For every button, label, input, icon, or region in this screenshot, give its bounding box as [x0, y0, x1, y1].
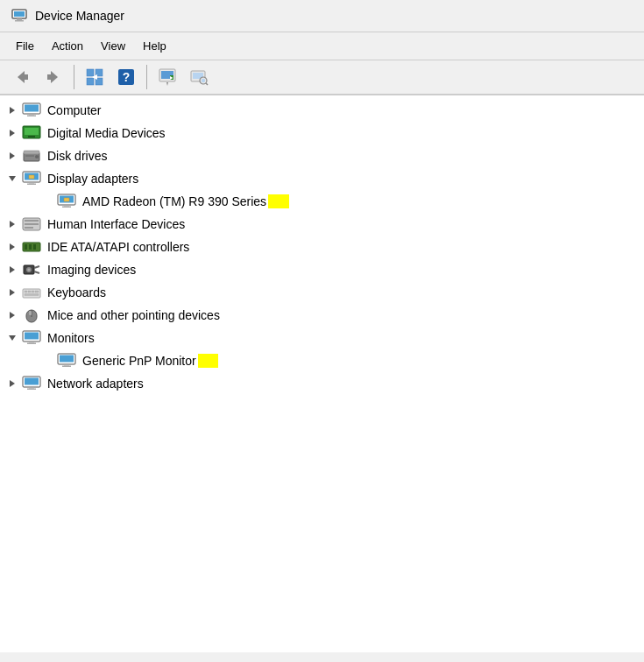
tree-toggle-ide[interactable] — [4, 243, 21, 251]
tree-toggle-disk-drives[interactable] — [4, 151, 21, 160]
svg-rect-36 — [24, 151, 39, 154]
toolbar-btn-help-topic[interactable]: ? — [111, 64, 141, 90]
svg-rect-29 — [27, 116, 36, 117]
device-tree[interactable]: Computer Digital Media Devices Disk driv… — [0, 95, 644, 652]
svg-rect-38 — [25, 156, 34, 157]
display-icon — [56, 193, 77, 210]
toolbar-btn-search[interactable] — [184, 64, 214, 90]
svg-line-23 — [206, 83, 208, 85]
tree-item-generic-pnp[interactable]: Generic PnP Monitor — [0, 349, 644, 372]
svg-marker-77 — [9, 335, 16, 341]
tree-label-network-adapters: Network adapters — [47, 377, 644, 391]
svg-rect-71 — [35, 291, 39, 292]
tree-label-computer: Computer — [47, 103, 644, 117]
svg-marker-73 — [10, 312, 15, 319]
svg-rect-3 — [14, 11, 25, 17]
tree-item-monitors[interactable]: Monitors — [0, 327, 644, 349]
tree-item-mice[interactable]: Mice and other pointing devices — [0, 304, 644, 327]
tree-label-keyboards: Keyboards — [47, 285, 644, 299]
tree-item-digital-media[interactable]: Digital Media Devices — [0, 122, 644, 144]
toolbar-btn-properties[interactable] — [80, 64, 110, 90]
hid-icon — [21, 215, 42, 233]
tree-label-hid: Human Interface Devices — [47, 217, 644, 231]
svg-text:?: ? — [123, 70, 131, 84]
svg-rect-79 — [25, 333, 39, 340]
svg-rect-81 — [27, 343, 36, 345]
tree-toggle-mice[interactable] — [4, 311, 21, 320]
svg-rect-68 — [25, 291, 27, 292]
tree-label-imaging: Imaging devices — [47, 263, 644, 277]
media-icon — [21, 124, 42, 142]
tree-item-network-adapters[interactable]: Network adapters — [0, 372, 644, 395]
svg-rect-85 — [62, 366, 71, 368]
tree-label-digital-media: Digital Media Devices — [47, 126, 644, 140]
tree-label-disk-drives: Disk drives — [47, 149, 644, 163]
svg-rect-72 — [25, 294, 39, 296]
svg-rect-7 — [47, 74, 51, 80]
tree-label-ide: IDE ATA/ATAPI controllers — [47, 240, 644, 254]
svg-rect-47 — [64, 205, 69, 207]
tree-toggle-computer[interactable] — [4, 106, 21, 115]
tree-item-disk-drives[interactable]: Disk drives — [0, 144, 644, 167]
tree-toggle-keyboards[interactable] — [4, 288, 21, 297]
ide-icon — [21, 238, 42, 256]
svg-rect-32 — [25, 128, 39, 135]
title-bar: Device Manager — [0, 0, 644, 32]
svg-rect-42 — [29, 182, 34, 184]
svg-rect-5 — [25, 74, 28, 80]
toolbar-btn-run[interactable] — [152, 64, 182, 90]
svg-marker-60 — [10, 266, 15, 273]
svg-rect-67 — [23, 289, 40, 298]
svg-marker-4 — [18, 71, 25, 83]
network-icon — [21, 375, 42, 392]
tree-item-display-adapters[interactable]: Display adapters — [0, 167, 644, 190]
tree-toggle-imaging[interactable] — [4, 265, 21, 274]
yellow-highlight — [268, 194, 289, 208]
svg-marker-25 — [10, 107, 15, 114]
tree-label-generic-pnp: Generic PnP Monitor — [82, 354, 644, 368]
tree-item-amd-radeon[interactable]: AMD Radeon (TM) R9 390 Series — [0, 190, 644, 213]
svg-rect-89 — [29, 387, 34, 389]
svg-rect-80 — [29, 342, 34, 343]
svg-rect-88 — [25, 378, 39, 385]
svg-rect-58 — [29, 244, 32, 250]
computer-icon — [21, 102, 42, 119]
tree-item-keyboards[interactable]: Keyboards — [0, 281, 644, 304]
tree-label-monitors: Monitors — [47, 331, 644, 345]
tree-item-imaging[interactable]: Imaging devices — [0, 258, 644, 281]
svg-rect-57 — [25, 244, 27, 250]
toolbar-separator-1 — [74, 65, 74, 89]
svg-line-63 — [34, 271, 39, 273]
svg-rect-43 — [27, 184, 36, 186]
tree-toggle-display-adapters[interactable] — [4, 174, 21, 183]
toolbar-btn-forward[interactable] — [39, 64, 68, 90]
toolbar-btn-back[interactable] — [7, 64, 37, 90]
svg-line-62 — [34, 266, 39, 268]
svg-rect-48 — [62, 207, 71, 208]
svg-marker-34 — [10, 152, 15, 159]
svg-rect-76 — [29, 311, 32, 315]
display-icon — [21, 170, 42, 187]
menu-item-action[interactable]: Action — [43, 36, 92, 56]
svg-marker-66 — [10, 289, 15, 296]
svg-marker-30 — [10, 130, 15, 137]
tree-item-ide[interactable]: IDE ATA/ATAPI controllers — [0, 236, 644, 258]
tree-label-mice: Mice and other pointing devices — [47, 308, 644, 322]
svg-marker-39 — [9, 176, 16, 181]
tree-toggle-monitors[interactable] — [4, 334, 21, 342]
tree-toggle-network-adapters[interactable] — [4, 379, 21, 388]
toolbar-separator-2 — [146, 65, 147, 89]
menu-item-file[interactable]: File — [7, 36, 43, 56]
tree-item-computer[interactable]: Computer — [0, 99, 644, 122]
tree-toggle-digital-media[interactable] — [4, 129, 21, 137]
svg-point-37 — [35, 155, 39, 158]
tree-toggle-hid[interactable] — [4, 220, 21, 229]
svg-marker-17 — [166, 82, 168, 86]
svg-rect-52 — [25, 220, 39, 222]
svg-rect-28 — [29, 114, 34, 116]
svg-rect-8 — [87, 69, 94, 76]
tree-item-hid[interactable]: Human Interface Devices — [0, 213, 644, 236]
menu-item-view[interactable]: View — [92, 36, 134, 56]
svg-rect-10 — [87, 78, 94, 85]
menu-item-help[interactable]: Help — [134, 36, 175, 56]
